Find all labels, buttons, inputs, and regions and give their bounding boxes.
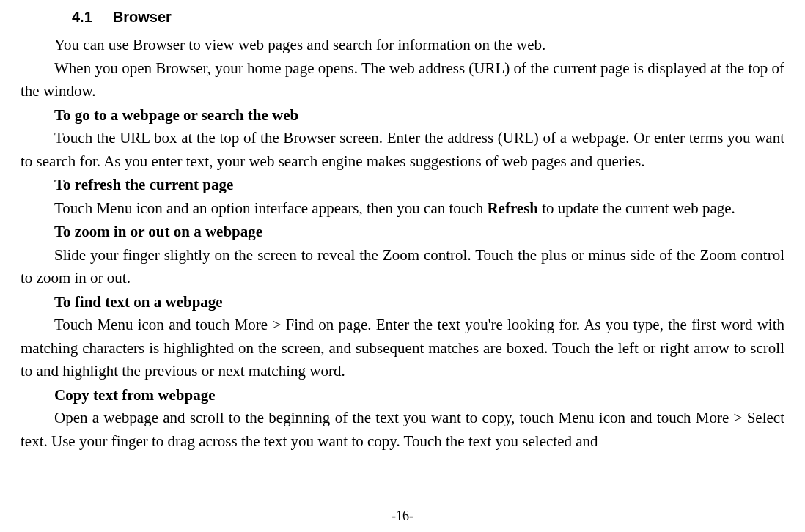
paragraph-goto: Touch the URL box at the top of the Brow… [21,127,784,173]
subheading-refresh: To refresh the current page [21,174,784,197]
paragraph-find: Touch Menu icon and touch More > Find on… [21,314,784,383]
paragraph-zoom: Slide your finger slightly on the screen… [21,244,784,290]
subheading-find: To find text on a webpage [21,291,784,314]
subheading-goto: To go to a webpage or search the web [21,104,784,128]
text-refresh-a: Touch Menu icon and an option interface … [54,199,487,217]
paragraph-intro-1: You can use Browser to view web pages an… [21,34,784,57]
page-number: -16- [0,506,805,526]
subheading-copy: Copy text from webpage [21,384,784,407]
section-title: Browser [113,9,172,25]
paragraph-copy: Open a webpage and scroll to the beginni… [21,407,784,453]
section-heading: 4.1Browser [72,6,784,28]
subheading-zoom: To zoom in or out on a webpage [21,221,784,244]
text-refresh-c: to update the current web page. [538,199,735,217]
paragraph-intro-2: When you open Browser, your home page op… [21,57,784,103]
section-number: 4.1 [72,9,92,25]
text-refresh-bold: Refresh [487,199,538,217]
paragraph-refresh: Touch Menu icon and an option interface … [21,197,784,221]
